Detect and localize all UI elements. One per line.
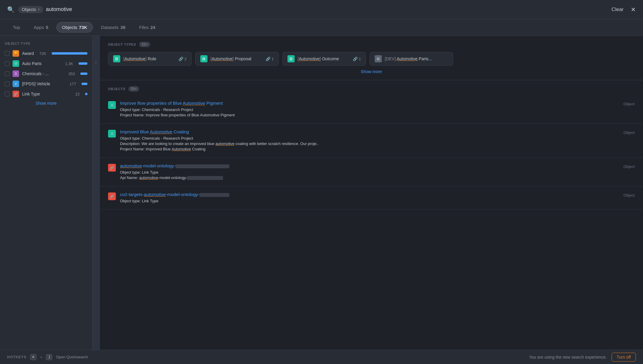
filter-item-auto-parts[interactable]: ⚙ Auto Parts 1.3K	[5, 60, 87, 67]
filter-icon-link-type: 🔗	[13, 91, 19, 97]
hotkeys-label: HOTKEYS	[7, 355, 27, 359]
kbd-cmd: ⌘	[30, 354, 36, 360]
obj-meta-api-result-3: Api Name: automotive-model-ontology-	[120, 175, 619, 180]
top-bar: 🔍 Objects × Clear ✕	[0, 0, 643, 19]
object-types-header: OBJECT TYPES 53+	[108, 42, 635, 47]
kbd-plus: +	[40, 355, 42, 360]
filter-count-fpds-vehicle: 177	[70, 82, 76, 86]
ot-label-dev-automotive: [DEV] Automotive Parts...	[385, 56, 432, 61]
obj-icon-result-3: 🔗	[108, 164, 116, 172]
tab-top-label: Top	[13, 25, 20, 30]
objects-title: OBJECTS	[108, 87, 125, 91]
close-button[interactable]: ✕	[631, 6, 636, 13]
kbd-j: J	[46, 354, 52, 360]
object-types-badge: 53+	[139, 42, 150, 47]
objects-badge: 50+	[128, 86, 139, 92]
filter-item-award[interactable]: 🏆 Award 72K	[5, 50, 87, 57]
obj-title-result-4: co2-targets-automotive-model-ontology-	[120, 192, 619, 197]
obj-content-result-2: Improved Blue Automotive Coating Object …	[120, 129, 619, 152]
tab-top[interactable]: Top	[7, 22, 26, 33]
bottom-bar: HOTKEYS ⌘ + J Open Quicksearch You are u…	[0, 350, 643, 364]
tab-files[interactable]: Files 24	[133, 22, 161, 33]
obj-meta-type-result-2: Object type: Chemicals - Research Projec…	[120, 136, 619, 141]
filter-count-link-type: 22	[76, 92, 80, 96]
filter-checkbox-chemicals[interactable]	[5, 71, 10, 76]
ot-link-count-automotive-rule: 🔗 2	[179, 57, 187, 61]
ot-icon-dev-automotive: ⚙	[375, 55, 382, 62]
objects-section: OBJECTS 50+ ≡ Improve flow properties of…	[100, 80, 643, 210]
filter-icon-fpds-vehicle: V	[13, 81, 19, 87]
bottom-bar-right: You are using the new search experience.…	[529, 353, 636, 362]
ot-icon-automotive-proposal: D	[200, 55, 207, 62]
filter-icon-chemicals: $	[13, 70, 19, 77]
search-input[interactable]	[46, 6, 611, 13]
tab-datasets[interactable]: Datasets 38	[95, 22, 131, 33]
obj-badge-result-3: Object	[623, 163, 635, 169]
filter-bar-chemicals	[80, 73, 87, 75]
filter-item-link-type[interactable]: 🔗 Link Type 22	[5, 91, 87, 97]
filter-label-auto-parts: Auto Parts	[22, 61, 62, 66]
obj-meta-project-result-2: Project Name: Improved Blue Automotive C…	[120, 147, 619, 151]
tab-apps-count: 5	[46, 25, 48, 30]
search-tag[interactable]: Objects ×	[18, 6, 43, 13]
filter-label-chemicals: Chemicals - ...	[22, 71, 65, 76]
filter-bar-auto-parts	[79, 62, 87, 65]
tab-datasets-count: 38	[120, 25, 125, 30]
object-type-card-automotive-rule[interactable]: D [Automotive] Rule 🔗 2	[108, 52, 192, 66]
tabs-bar: Top Apps 5 Objects 73K Datasets 38 Files…	[0, 19, 643, 36]
object-result-2[interactable]: ≡ Improved Blue Automotive Coating Objec…	[100, 124, 643, 158]
ot-icon-automotive-rule: D	[113, 55, 120, 62]
obj-meta-type-result-4: Object type: Link Type	[120, 199, 619, 203]
tab-apps[interactable]: Apps 5	[28, 22, 54, 33]
filter-bar-fill-fpds-vehicle	[81, 83, 87, 85]
search-icon: 🔍	[7, 6, 15, 13]
obj-content-result-4: co2-targets-automotive-model-ontology- O…	[120, 192, 619, 204]
obj-content-result-1: Improve flow properties of Blue Automoti…	[120, 101, 619, 118]
filter-item-chemicals[interactable]: $ Chemicals - ... 353	[5, 70, 87, 77]
content-area: OBJECT TYPES 53+ D [Automotive] Rule 🔗 2…	[100, 36, 643, 350]
show-more-object-types[interactable]: Show more	[108, 69, 635, 74]
tab-files-count: 24	[150, 25, 156, 30]
filter-bar-fpds-vehicle	[81, 83, 87, 85]
object-type-card-dev-automotive[interactable]: ⚙ [DEV] Automotive Parts...	[370, 52, 453, 66]
object-result-3[interactable]: 🔗 automotive-model-ontology- Object type…	[100, 158, 643, 186]
search-tag-close[interactable]: ×	[38, 7, 40, 12]
object-type-card-automotive-outcome[interactable]: D [Automotive] Outcome 🔗 1	[282, 52, 366, 66]
object-result-4[interactable]: 🔗 co2-targets-automotive-model-ontology-…	[100, 186, 643, 210]
filter-checkbox-link-type[interactable]	[5, 92, 10, 96]
collapse-sidebar-button[interactable]: ‹	[93, 36, 100, 350]
filter-count-award: 72K	[39, 51, 46, 56]
tab-objects-label: Objects	[62, 25, 77, 30]
turn-off-button[interactable]: Turn off	[612, 353, 636, 362]
filter-checkbox-award[interactable]	[5, 51, 10, 56]
filter-bar-award	[52, 52, 87, 55]
obj-icon-result-4: 🔗	[108, 192, 116, 200]
filter-bar-fill-link-type	[85, 93, 87, 95]
tab-apps-label: Apps	[34, 25, 44, 30]
tab-files-label: Files	[139, 25, 149, 30]
obj-title-result-2: Improved Blue Automotive Coating	[120, 129, 619, 134]
filter-label-fpds-vehicle: [FPDS] Vehicle	[22, 81, 67, 86]
filter-checkbox-auto-parts[interactable]	[5, 61, 10, 66]
show-more-sidebar[interactable]: Show more	[5, 101, 87, 106]
filter-icon-auto-parts: ⚙	[13, 60, 19, 67]
ot-label-automotive-rule: [Automotive] Rule	[123, 56, 156, 61]
filter-count-auto-parts: 1.3K	[65, 61, 73, 66]
ot-label-automotive-proposal: [Automotive] Proposal	[210, 56, 251, 61]
ot-link-count-automotive-outcome: 🔗 1	[353, 57, 361, 61]
obj-badge-result-1: Object	[623, 101, 635, 106]
tab-datasets-label: Datasets	[101, 25, 119, 30]
tab-objects[interactable]: Objects 73K	[56, 22, 93, 33]
tab-objects-count: 73K	[79, 25, 87, 30]
obj-meta-type-result-3: Object type: Link Type	[120, 170, 619, 175]
filter-item-fpds-vehicle[interactable]: V [FPDS] Vehicle 177	[5, 81, 87, 87]
obj-title-result-1: Improve flow properties of Blue Automoti…	[120, 101, 619, 106]
clear-button[interactable]: Clear	[611, 7, 624, 13]
search-tag-label: Objects	[22, 7, 36, 12]
object-type-card-automotive-proposal[interactable]: D [Automotive] Proposal 🔗 1	[195, 52, 279, 66]
chevron-left-icon: ‹	[95, 60, 97, 65]
object-result-1[interactable]: ≡ Improve flow properties of Blue Automo…	[100, 95, 643, 124]
filter-checkbox-fpds-vehicle[interactable]	[5, 81, 10, 86]
obj-content-result-3: automotive-model-ontology- Object type: …	[120, 163, 619, 181]
filter-bar-fill-chemicals	[80, 73, 87, 75]
